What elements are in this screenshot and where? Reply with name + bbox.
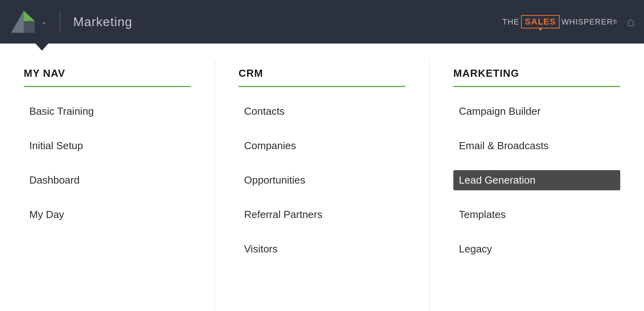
- menu-column-my-nav: MY NAVBasic TrainingInitial SetupDashboa…: [0, 59, 215, 311]
- menu-item-dashboard[interactable]: Dashboard: [24, 170, 191, 190]
- column-divider-crm: [239, 86, 405, 87]
- brand-reg: ®: [613, 19, 617, 25]
- menu-item-templates[interactable]: Templates: [453, 205, 620, 225]
- menu-item-referral-partners[interactable]: Referral Partners: [239, 205, 405, 225]
- menu-item-legacy[interactable]: Legacy: [453, 239, 620, 259]
- menu-column-crm: CRMContactsCompaniesOpportunitiesReferra…: [215, 59, 430, 311]
- menu-item-visitors[interactable]: Visitors: [239, 239, 405, 259]
- navbar-right: THE SALES WHISPERER® ⌂: [502, 15, 635, 29]
- app-logo[interactable]: [9, 9, 35, 34]
- menu-column-marketing: MARKETINGCampaign BuilderEmail & Broadca…: [430, 59, 644, 311]
- dropdown-menu: MY NAVBasic TrainingInitial SetupDashboa…: [0, 44, 644, 311]
- menu-item-basic-training[interactable]: Basic Training: [24, 101, 191, 121]
- menu-item-lead-generation[interactable]: Lead Generation: [453, 170, 620, 190]
- brand-highlight: SALES: [521, 15, 560, 28]
- menu-item-my-day[interactable]: My Day: [24, 205, 191, 225]
- menu-item-contacts[interactable]: Contacts: [239, 101, 405, 121]
- menu-item-email-broadcasts[interactable]: Email & Broadcasts: [453, 136, 620, 156]
- home-icon[interactable]: ⌂: [627, 15, 635, 29]
- dropdown-arrow[interactable]: ⌄: [41, 17, 47, 26]
- navbar: ⌄ Marketing THE SALES WHISPERER® ⌂: [0, 0, 644, 44]
- svg-marker-2: [24, 21, 35, 33]
- column-header-marketing: MARKETING: [453, 67, 620, 80]
- brand-prefix: THE: [502, 17, 519, 27]
- menu-item-opportunities[interactable]: Opportunities: [239, 170, 405, 190]
- svg-marker-0: [11, 11, 24, 33]
- menu-item-campaign-builder[interactable]: Campaign Builder: [453, 101, 620, 121]
- column-header-crm: CRM: [239, 67, 405, 80]
- column-header-my-nav: MY NAV: [24, 67, 191, 80]
- brand-suffix: WHISPERER: [561, 17, 613, 27]
- column-divider-marketing: [453, 86, 620, 87]
- svg-marker-1: [24, 11, 35, 21]
- caret-indicator: [35, 43, 49, 51]
- navbar-left: ⌄ Marketing: [9, 9, 133, 34]
- column-divider-my-nav: [24, 86, 191, 87]
- navbar-divider: [60, 12, 61, 32]
- menu-item-initial-setup[interactable]: Initial Setup: [24, 136, 191, 156]
- menu-item-companies[interactable]: Companies: [239, 136, 405, 156]
- brand-logo: THE SALES WHISPERER®: [502, 15, 617, 28]
- navbar-title: Marketing: [73, 15, 133, 29]
